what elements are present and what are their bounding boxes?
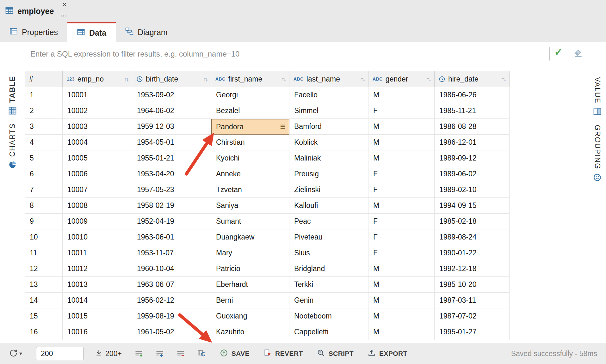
- data-cell[interactable]: Nooteboom: [289, 308, 368, 324]
- data-cell[interactable]: Piveteau: [289, 229, 368, 245]
- rail-item-charts[interactable]: CHARTS: [8, 123, 17, 170]
- data-cell[interactable]: Kyoichi: [211, 150, 289, 166]
- data-cell[interactable]: 1953-09-02: [132, 87, 211, 103]
- selected-edited-cell[interactable]: Pandora≡: [211, 119, 289, 135]
- data-cell[interactable]: M: [368, 261, 435, 277]
- tab-overflow-icon[interactable]: ...: [60, 9, 67, 18]
- data-cell[interactable]: M: [368, 293, 435, 308]
- revert-button[interactable]: REVERT: [263, 349, 303, 359]
- save-button[interactable]: SAVE: [220, 349, 250, 359]
- sort-icon[interactable]: ↑↓: [122, 76, 128, 83]
- data-cell[interactable]: 1986-12-01: [435, 135, 510, 150]
- data-cell[interactable]: F: [368, 245, 435, 261]
- sort-icon[interactable]: ↑↓: [358, 76, 364, 83]
- sort-icon[interactable]: ↑↓: [424, 76, 430, 83]
- data-cell[interactable]: F: [368, 166, 435, 182]
- eraser-icon[interactable]: [573, 48, 583, 59]
- data-cell[interactable]: M: [368, 198, 435, 214]
- data-cell[interactable]: Sumant: [211, 214, 289, 229]
- data-cell[interactable]: 1960-10-04: [132, 261, 211, 277]
- editor-tab-employee[interactable]: employee: [0, 0, 59, 22]
- data-cell[interactable]: Mary: [211, 245, 289, 261]
- duplicate-row-icon[interactable]: [155, 349, 164, 358]
- data-cell[interactable]: 10009: [63, 214, 132, 229]
- data-cell[interactable]: 10012: [63, 261, 132, 277]
- filter-input[interactable]: [25, 47, 550, 61]
- data-cell[interactable]: 1985-10-20: [435, 277, 510, 293]
- data-cell[interactable]: M: [368, 277, 435, 293]
- data-cell[interactable]: 10001: [63, 87, 132, 103]
- data-cell[interactable]: 1953-04-20: [132, 166, 211, 182]
- data-cell[interactable]: Sluis: [289, 245, 368, 261]
- data-cell[interactable]: Genin: [289, 293, 368, 308]
- data-cell[interactable]: 1986-08-28: [435, 119, 510, 135]
- sort-icon[interactable]: ↑↓: [499, 76, 505, 83]
- fetch-size-input[interactable]: [36, 347, 83, 360]
- data-cell[interactable]: Tzvetan: [211, 182, 289, 198]
- data-cell[interactable]: Guoxiang: [211, 308, 289, 324]
- data-cell[interactable]: Cappelletti: [289, 324, 368, 340]
- delete-row-icon[interactable]: [176, 349, 185, 358]
- data-cell[interactable]: 1963-06-07: [132, 277, 211, 293]
- data-cell[interactable]: Peac: [289, 214, 368, 229]
- data-cell[interactable]: Georgi: [211, 87, 289, 103]
- tab-diagram[interactable]: Diagram: [116, 22, 177, 42]
- rail-item-value[interactable]: VALUE: [593, 77, 602, 117]
- data-cell[interactable]: F: [368, 182, 435, 198]
- cell-menu-icon[interactable]: ≡: [280, 122, 286, 131]
- rail-item-table[interactable]: TABLE: [8, 76, 17, 116]
- data-cell[interactable]: 10004: [63, 135, 132, 150]
- data-cell[interactable]: F: [368, 103, 435, 119]
- close-tab-icon[interactable]: ×: [62, 0, 67, 9]
- data-cell[interactable]: Simmel: [289, 103, 368, 119]
- data-cell[interactable]: 1955-01-21: [132, 150, 211, 166]
- data-cell[interactable]: Eberhardt: [211, 277, 289, 293]
- data-cell[interactable]: Bamford: [289, 119, 368, 135]
- data-cell[interactable]: 10003: [63, 119, 132, 135]
- data-cell[interactable]: 10014: [63, 293, 132, 308]
- data-cell[interactable]: F: [368, 214, 435, 229]
- data-cell[interactable]: Facello: [289, 87, 368, 103]
- data-cell[interactable]: 10011: [63, 245, 132, 261]
- data-cell[interactable]: 1953-11-07: [132, 245, 211, 261]
- data-cell[interactable]: 1990-01-22: [435, 245, 510, 261]
- data-cell[interactable]: Chirstian: [211, 135, 289, 150]
- data-cell[interactable]: 1959-08-19: [132, 308, 211, 324]
- data-cell[interactable]: Terkki: [289, 277, 368, 293]
- data-cell[interactable]: 1986-06-26: [435, 87, 510, 103]
- tab-properties[interactable]: Properties: [0, 22, 67, 42]
- data-cell[interactable]: 1954-05-01: [132, 135, 211, 150]
- data-cell[interactable]: 1987-03-11: [435, 293, 510, 308]
- data-cell[interactable]: 1963-06-01: [132, 229, 211, 245]
- data-cell[interactable]: 10008: [63, 198, 132, 214]
- refresh-button[interactable]: ▾: [9, 349, 22, 359]
- tab-data[interactable]: Data: [67, 22, 116, 42]
- data-cell[interactable]: 1985-02-18: [435, 214, 510, 229]
- data-cell[interactable]: Bezalel: [211, 103, 289, 119]
- data-cell[interactable]: 1985-11-21: [435, 103, 510, 119]
- data-cell[interactable]: 10010: [63, 229, 132, 245]
- data-cell[interactable]: 1989-08-24: [435, 229, 510, 245]
- data-cell[interactable]: 10013: [63, 277, 132, 293]
- data-cell[interactable]: 1961-05-02: [132, 324, 211, 340]
- export-button[interactable]: EXPORT: [368, 349, 407, 359]
- data-cell[interactable]: 1992-12-18: [435, 261, 510, 277]
- data-cell[interactable]: 1989-09-12: [435, 150, 510, 166]
- data-cell[interactable]: M: [368, 150, 435, 166]
- data-cell[interactable]: 1952-04-19: [132, 214, 211, 229]
- column-header-last_name[interactable]: ABClast_name↑↓: [289, 71, 368, 87]
- data-cell[interactable]: Duangkaew: [211, 229, 289, 245]
- refresh-grid-icon[interactable]: [197, 349, 206, 358]
- add-row-icon[interactable]: [134, 349, 143, 358]
- data-cell[interactable]: Patricio: [211, 261, 289, 277]
- rail-item-grouping[interactable]: GROUPING: [593, 125, 602, 183]
- data-cell[interactable]: M: [368, 119, 435, 135]
- data-cell[interactable]: Berni: [211, 293, 289, 308]
- data-cell[interactable]: M: [368, 135, 435, 150]
- column-header-gender[interactable]: ABCgender↑↓: [368, 71, 435, 87]
- data-cell[interactable]: Maliniak: [289, 150, 368, 166]
- data-cell[interactable]: Saniya: [211, 198, 289, 214]
- column-header-emp_no[interactable]: 123emp_no↑↓: [63, 71, 132, 87]
- data-cell[interactable]: Koblick: [289, 135, 368, 150]
- data-cell[interactable]: 1958-02-19: [132, 198, 211, 214]
